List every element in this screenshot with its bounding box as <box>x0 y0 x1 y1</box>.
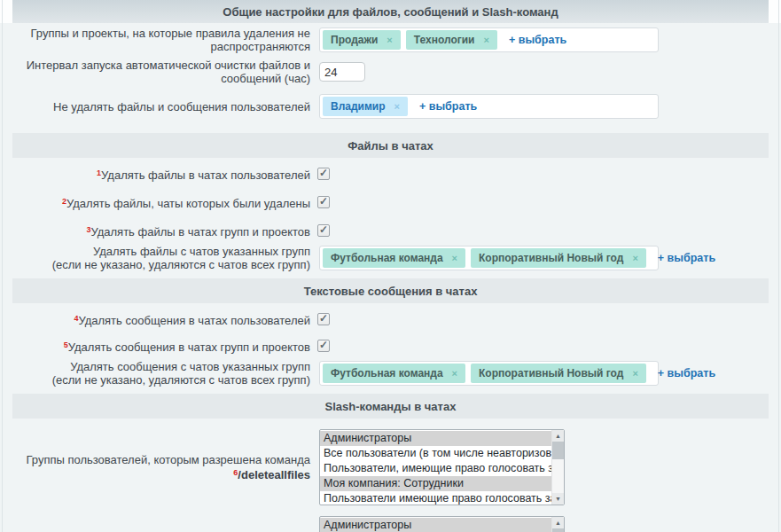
remove-tag-icon[interactable]: × <box>484 35 489 45</box>
section-header-files: Файлы в чатах <box>12 133 769 158</box>
tag-label: Технологии <box>414 34 475 46</box>
row-delete-files-group-chats: 3Удалять файлы в чатах групп и проектов <box>0 222 781 239</box>
scroll-up-icon[interactable]: ▲ <box>552 430 564 442</box>
page-title: Общие настройки для файлов, сообщений и … <box>12 0 769 23</box>
row-label: Группы пользователей, которым разрешена … <box>0 453 310 481</box>
checkbox-delete-files-user-chats[interactable] <box>317 168 330 180</box>
checkbox-delete-messages-user-chats[interactable] <box>317 313 330 325</box>
checkbox-delete-files-group-chats[interactable] <box>317 224 330 237</box>
listbox-option[interactable]: Моя компания: Сотрудники <box>320 476 551 491</box>
row-delete-messages-group-chats: 5Удалять сообщения в чатах групп и проек… <box>0 337 781 355</box>
top-strip: Общие настройки для файлов, сообщений и … <box>0 0 781 23</box>
add-select-link[interactable]: + выбрать <box>658 367 715 379</box>
scrollbar[interactable]: ▲ ▼ <box>551 430 564 505</box>
tag-label: Владимир <box>331 100 386 113</box>
selected-tag[interactable]: Технологии × <box>406 30 497 50</box>
row-label: 4Удалять сообщения в чатах пользователей <box>0 312 310 327</box>
tag-label: Корпоративный Новый год <box>479 252 623 264</box>
selected-tag[interactable]: Корпоративный Новый год × <box>471 248 646 268</box>
tag-label: Футбольная команда <box>331 367 443 379</box>
row-label: 3Удалять файлы в чатах групп и проектов <box>0 223 310 239</box>
row-label: Группы и проекты, на которые правила уда… <box>0 27 310 53</box>
tag-label: Продажи <box>331 34 378 46</box>
listbox-option[interactable]: Все пользователи (в том числе неавторизо… <box>320 446 551 461</box>
listbox-items: Администраторы Все пользователи (в том ч… <box>320 430 551 505</box>
tag-label: Футбольная команда <box>331 252 443 264</box>
selected-tag[interactable]: Корпоративный Новый год × <box>471 364 646 383</box>
row-groups-exempt: Группы и проекты, на которые правила уда… <box>0 27 781 53</box>
multi-select-box-file-groups[interactable]: Футбольная команда × Корпоративный Новый… <box>319 246 659 270</box>
row-label: Удалять файлы с чатов указанных групп (е… <box>0 245 310 271</box>
scroll-up-icon[interactable]: ▲ <box>552 517 564 528</box>
selected-tag[interactable]: Футбольная команда × <box>323 364 465 383</box>
row-delete-files-specified-groups: Удалять файлы с чатов указанных групп (е… <box>0 245 781 271</box>
command-name: /deleteallfiles <box>238 468 310 481</box>
selected-tag[interactable]: Футбольная команда × <box>323 248 465 268</box>
interval-input[interactable] <box>319 62 365 82</box>
row-interval: Интервал запуска автоматической очистки … <box>0 59 781 85</box>
remove-tag-icon[interactable]: × <box>632 253 637 263</box>
checkbox-delete-files-deleted-chats[interactable] <box>317 196 330 208</box>
row-label: Интервал запуска автоматической очистки … <box>0 59 310 85</box>
checkbox-delete-messages-group-chats[interactable] <box>317 340 330 352</box>
row-label: 2Удалять файлы, чаты которых были удален… <box>0 195 310 210</box>
listbox-option[interactable]: Администраторы <box>320 518 551 532</box>
tag-label: Корпоративный Новый год <box>479 367 623 379</box>
remove-tag-icon[interactable]: × <box>387 35 392 45</box>
section-header-slash-commands: Slash-команды в чатах <box>12 394 769 419</box>
user-groups-listbox-deleteallfiles[interactable]: Администраторы Все пользователи (в том ч… <box>319 429 565 505</box>
section-header-messages: Текстовые сообщения в чатах <box>12 278 769 303</box>
row-deleteallfiles-permissions: Группы пользователей, которым разрешена … <box>0 429 781 505</box>
row-delete-messages-user-chats: 4Удалять сообщения в чатах пользователей <box>0 310 781 328</box>
row-delete-files-user-chats: 1Удалять файлы в чатах пользователей <box>0 165 781 183</box>
row-label: Удалять сообщения с чатов указанных груп… <box>0 360 310 387</box>
row-delete-files-deleted-chats: 2Удалять файлы, чаты которых были удален… <box>0 193 781 211</box>
remove-tag-icon[interactable]: × <box>394 101 400 112</box>
row-delete-messages-specified-groups: Удалять сообщения с чатов указанных груп… <box>0 360 781 387</box>
multi-select-box-groups-exempt[interactable]: Продажи × Технологии × + выбрать <box>319 27 659 52</box>
listbox-items: Администраторы Все пользователи (в том ч… <box>320 517 551 532</box>
selected-tag[interactable]: Владимир × <box>323 97 408 116</box>
user-groups-listbox-deleteallmessages[interactable]: Администраторы Все пользователи (в том ч… <box>319 516 565 532</box>
selected-tag[interactable]: Продажи × <box>323 30 401 50</box>
scrollbar-thumb[interactable] <box>552 442 564 459</box>
listbox-option[interactable]: Администраторы <box>320 431 551 446</box>
remove-tag-icon[interactable]: × <box>452 368 457 379</box>
add-select-link[interactable]: + выбрать <box>658 252 715 264</box>
scrollbar-thumb[interactable] <box>552 528 564 532</box>
listbox-option[interactable]: Пользователи, имеющие право голосовать з… <box>320 461 551 476</box>
row-deleteallmessages-permissions: Группы пользователей, которым разрешена … <box>0 516 781 532</box>
remove-tag-icon[interactable]: × <box>632 368 637 379</box>
remove-tag-icon[interactable]: × <box>452 253 457 263</box>
listbox-option[interactable]: Пользователи имеющие право голосовать за… <box>320 491 551 505</box>
row-label: 5Удалять сообщения в чатах групп и проек… <box>0 339 310 354</box>
row-label: 1Удалять файлы в чатах пользователей <box>0 167 310 182</box>
scroll-down-icon[interactable]: ▼ <box>552 493 564 505</box>
add-select-link[interactable]: + выбрать <box>509 34 566 46</box>
scrollbar[interactable]: ▲ ▼ <box>551 517 564 532</box>
row-label: Не удалять файлы и сообщения пользовател… <box>0 100 310 113</box>
multi-select-box-users-exempt[interactable]: Владимир × + выбрать <box>319 94 659 119</box>
multi-select-box-message-groups[interactable]: Футбольная команда × Корпоративный Новый… <box>319 361 659 386</box>
row-users-exempt: Не удалять файлы и сообщения пользовател… <box>0 94 781 119</box>
add-select-link[interactable]: + выбрать <box>419 100 477 113</box>
